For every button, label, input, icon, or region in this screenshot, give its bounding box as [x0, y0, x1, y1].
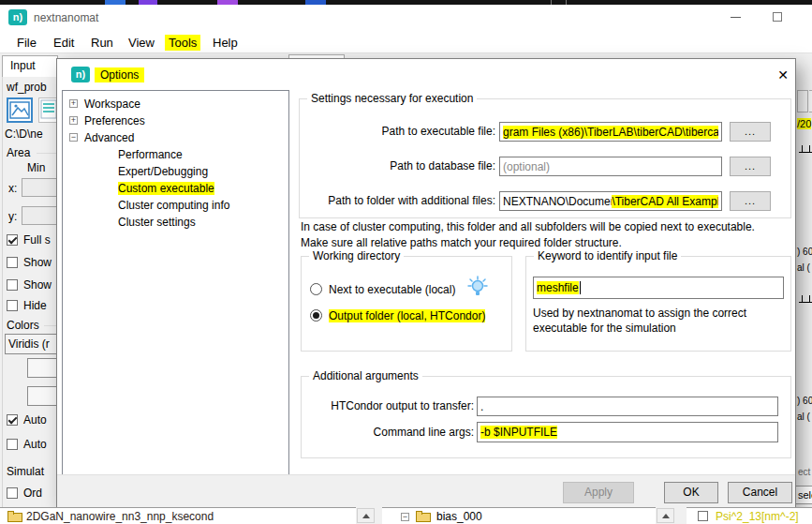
current-path-label: C:\D\ne: [5, 127, 43, 141]
db-path-input[interactable]: (optional): [499, 157, 722, 176]
tree-item-label: Preferences: [84, 114, 145, 127]
dialog-button-bar: Apply OK Cancel: [57, 474, 795, 507]
folder-path-value-highlight: \TiberCAD All Examples: [612, 195, 718, 208]
tree-list-row[interactable]: − bias_000: [382, 507, 656, 524]
show-checkbox-2[interactable]: [7, 279, 18, 291]
psi-label: Psi^2_13[nm^-2]: [716, 510, 799, 523]
keyword-groupbox: Keyword to identify input file: [525, 256, 791, 352]
x-input[interactable]: [22, 178, 59, 197]
minimize-icon[interactable]: [731, 17, 741, 18]
app-logo-icon: n): [8, 9, 27, 25]
simulation-group-label: Simulat: [7, 465, 44, 478]
keyword-input[interactable]: meshfile: [533, 277, 784, 299]
text-fragment: ect: [798, 467, 810, 477]
hide-label: Hide: [23, 299, 47, 312]
tree-item-label: Performance: [118, 148, 183, 161]
show-label-2: Show: [23, 278, 52, 292]
tree-item-cluster-computing-info[interactable]: Cluster computing info: [63, 198, 288, 214]
options-dialog: n) Options ✕ + Workspace + Preferences −…: [56, 58, 796, 507]
folder-path-label: Path to folder with additional files:: [305, 194, 495, 207]
date-fragment: /20: [797, 118, 811, 129]
color-max-input[interactable]: [27, 386, 59, 406]
auto-checkbox-1[interactable]: [7, 414, 18, 426]
folder-name: 2DGaN_nanowire_nn3_nnp_ksecond: [26, 510, 214, 523]
collapse-icon[interactable]: −: [69, 133, 78, 142]
colormap-select[interactable]: Viridis (r: [5, 334, 59, 354]
menu-edit[interactable]: Edit: [50, 35, 78, 51]
additional-arguments-title: Additional arguments: [309, 369, 422, 382]
file-list-row[interactable]: 2DGaN_nanowire_nn3_nnp_ksecond: [0, 507, 356, 524]
working-directory-title: Working directory: [309, 249, 404, 262]
dialog-logo-icon: n): [71, 67, 90, 82]
area-group-label: Area: [7, 146, 30, 159]
browse-db-button[interactable]: ...: [730, 157, 771, 176]
scroll-up-icon[interactable]: [357, 508, 375, 523]
tree-item-label: Cluster computing info: [118, 199, 229, 212]
tree-item-workspace[interactable]: + Workspace: [63, 97, 288, 112]
min-column-label: Min: [27, 161, 45, 174]
radio-output-folder-label[interactable]: Output folder (local, HTCondor): [329, 309, 485, 322]
browse-exe-button[interactable]: ...: [730, 122, 771, 142]
x-label: x:: [8, 182, 17, 195]
app-titlebar: n) nextnanomat: [0, 5, 812, 31]
expand-icon[interactable]: +: [69, 116, 78, 125]
axis-label-fragment: ) 60: [797, 247, 812, 257]
cancel-button[interactable]: Cancel: [728, 482, 792, 503]
app-title: nextnanomat: [34, 11, 98, 24]
ok-button[interactable]: OK: [664, 482, 718, 503]
keyword-group-title: Keyword to identify input file: [534, 249, 681, 262]
screen: n) nextnanomat File Edit Run View Tools …: [0, 0, 812, 524]
file-name-label: wf_prob: [7, 81, 47, 94]
tree-item-label: Expert/Debugging: [118, 165, 208, 178]
menu-help[interactable]: Help: [209, 35, 242, 51]
tree-item-expert-debugging[interactable]: Expert/Debugging: [63, 164, 288, 180]
output-check-row[interactable]: Psi^2_13[nm^-2]: [687, 507, 812, 524]
cluster-note-line2: Make sure all relative paths match your …: [301, 236, 622, 249]
additional-arguments-groupbox: Additional arguments: [301, 376, 791, 458]
psi-checkbox[interactable]: [698, 511, 708, 521]
tree-item-advanced[interactable]: − Advanced: [63, 130, 288, 146]
htcondor-output-label: HTCondor output to transfer:: [310, 399, 474, 412]
htcondor-output-input[interactable]: .: [477, 397, 778, 416]
text-caret: [580, 281, 581, 294]
y-label: y:: [8, 210, 17, 223]
full-scale-checkbox[interactable]: [7, 234, 18, 246]
show-label-1: Show: [23, 256, 52, 269]
radio-output-folder[interactable]: [310, 309, 322, 322]
order-label: Ord: [23, 487, 42, 500]
scroll-up-icon[interactable]: [657, 508, 674, 523]
button-partial[interactable]: sele: [794, 486, 812, 504]
toolbar-button-partial[interactable]: [797, 90, 808, 112]
menu-view[interactable]: View: [125, 35, 158, 51]
menu-run[interactable]: Run: [87, 35, 117, 51]
color-min-input[interactable]: [27, 358, 59, 378]
collapse-icon[interactable]: −: [401, 513, 409, 521]
show-checkbox-1[interactable]: [7, 257, 18, 268]
tab-input[interactable]: Input: [2, 55, 58, 77]
maximize-icon[interactable]: [773, 12, 782, 22]
close-icon[interactable]: ✕: [771, 65, 795, 85]
menu-file[interactable]: File: [13, 35, 40, 51]
radio-next-to-executable-label[interactable]: Next to executable (local): [329, 283, 455, 296]
expand-icon[interactable]: +: [69, 99, 78, 108]
radio-next-to-executable[interactable]: [310, 283, 322, 295]
order-checkbox[interactable]: [7, 487, 18, 499]
apply-button[interactable]: Apply: [563, 482, 634, 503]
tree-item-performance[interactable]: Performance: [63, 147, 288, 163]
command-line-args-input[interactable]: -b $INPUTFILE: [477, 422, 778, 442]
tree-item-cluster-settings[interactable]: Cluster settings: [63, 215, 288, 231]
dialog-title: Options: [95, 67, 144, 82]
folder-path-value: NEXTNANO\Documents: [503, 195, 612, 208]
tree-item-preferences[interactable]: + Preferences: [63, 113, 288, 129]
menu-tools[interactable]: Tools: [165, 35, 200, 51]
exe-path-input[interactable]: gram Files (x86)\TiberLAB\tiberCAD\tiber…: [499, 122, 722, 142]
tree-item-custom-executable[interactable]: Custom executable: [63, 181, 288, 197]
folder-path-input[interactable]: NEXTNANO\Documents\TiberCAD All Examples: [499, 191, 722, 211]
exe-path-value: gram Files (x86)\TiberLAB\tiberCAD\tiber…: [503, 126, 718, 139]
browse-folder-button[interactable]: ...: [730, 191, 771, 211]
axis-tick: [809, 295, 810, 303]
image-view-icon[interactable]: [7, 97, 33, 123]
auto-checkbox-2[interactable]: [7, 439, 18, 450]
y-input[interactable]: [22, 206, 59, 225]
hide-checkbox[interactable]: [7, 300, 18, 311]
